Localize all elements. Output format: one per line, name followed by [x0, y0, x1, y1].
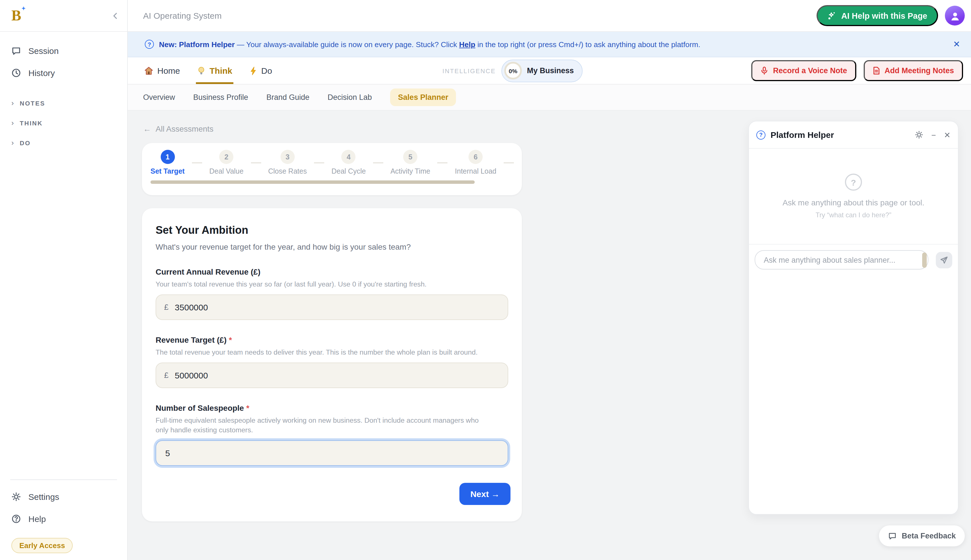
- business-name: My Business: [527, 67, 574, 75]
- sidebar-section-do[interactable]: › DO: [0, 133, 127, 153]
- chevron-right-icon: ›: [12, 139, 15, 147]
- banner-title: New: Platform Helper: [159, 40, 235, 48]
- sidebar-section-notes[interactable]: › NOTES: [0, 93, 127, 113]
- step-label: Set Target: [150, 167, 185, 175]
- add-meeting-notes-label: Add Meeting Notes: [884, 67, 954, 75]
- current-annual-revenue-input[interactable]: [174, 302, 500, 313]
- chevron-right-icon: ›: [12, 119, 15, 127]
- step-label: Close Rates: [268, 167, 307, 175]
- field-revenue-target: Revenue Target (£)* The total revenue yo…: [155, 335, 508, 388]
- subtab-brand-guide[interactable]: Brand Guide: [266, 93, 309, 102]
- sidebar: B ✦ Session History › NOTES ›: [0, 0, 128, 560]
- info-question-icon: ?: [145, 40, 154, 49]
- step-connector: [504, 162, 514, 163]
- helper-chat-input[interactable]: [763, 255, 919, 265]
- next-button[interactable]: Next →: [460, 483, 510, 505]
- sidebar-section-label: DO: [20, 139, 31, 146]
- sidebar-divider: [10, 480, 117, 480]
- helper-empty-title: Ask me anything about this page or tool.: [782, 198, 924, 207]
- field-help-text: The total revenue your team needs to del…: [155, 348, 485, 357]
- helper-input-row: [749, 244, 958, 270]
- lightbulb-icon: [197, 66, 206, 75]
- lightning-icon: [249, 66, 257, 75]
- nav-actions: Record a Voice Note Add Meeting Notes: [752, 60, 963, 81]
- banner-help-link[interactable]: Help: [459, 40, 475, 48]
- banner-close-icon[interactable]: ✕: [951, 37, 963, 52]
- step-internal-load[interactable]: 6 Internal Load: [455, 150, 496, 175]
- sidebar-item-label: History: [28, 68, 55, 78]
- primary-nav: Home Think Do INTELLIGENCE 0% My Busines…: [128, 57, 971, 85]
- gear-icon: [915, 130, 923, 139]
- beta-feedback-button[interactable]: Beta Feedback: [879, 525, 965, 547]
- step-number: 2: [219, 150, 233, 164]
- home-icon: [144, 66, 153, 75]
- currency-prefix: £: [164, 303, 169, 312]
- tab-think[interactable]: Think: [196, 57, 233, 84]
- document-icon: [872, 67, 880, 75]
- chat-bubble-icon: [888, 532, 897, 540]
- clock-icon: [12, 68, 21, 78]
- tab-do[interactable]: Do: [248, 57, 273, 84]
- main-column: AI Operating System AI Help with this Pa…: [128, 0, 971, 560]
- brand-logo: B ✦: [12, 8, 21, 23]
- early-access-badge: Early Access: [12, 538, 73, 553]
- set-ambition-form-card: Set Your Ambition What's your revenue ta…: [142, 208, 522, 522]
- content-area: ← All Assessments 1 Set Target 2 Deal Va…: [128, 111, 971, 560]
- sidebar-item-history[interactable]: History: [0, 62, 127, 84]
- banner-body-1: — Your always-available guide is now on …: [235, 40, 459, 48]
- sidebar-item-settings[interactable]: Settings: [0, 486, 127, 508]
- back-link-label: All Assessments: [155, 124, 214, 133]
- input-scrollbar-thumb[interactable]: [922, 252, 927, 268]
- helper-header-actions: − ✕: [915, 130, 951, 139]
- subtab-overview[interactable]: Overview: [143, 93, 175, 102]
- step-label: Deal Value: [209, 167, 243, 175]
- field-label: Number of Salespeople*: [155, 403, 508, 412]
- subtab-business-profile[interactable]: Business Profile: [193, 93, 249, 102]
- chat-bubble-icon: [12, 46, 21, 56]
- sidebar-section-think[interactable]: › THINK: [0, 113, 127, 133]
- step-deal-value[interactable]: 2 Deal Value: [209, 150, 243, 175]
- helper-settings-icon[interactable]: [915, 130, 923, 139]
- step-connector: [192, 162, 202, 163]
- required-asterisk: *: [246, 403, 249, 412]
- sidebar-collapse-button[interactable]: [111, 12, 119, 20]
- step-deal-cycle[interactable]: 4 Deal Cycle: [332, 150, 366, 175]
- helper-close-icon[interactable]: ✕: [944, 131, 951, 139]
- tab-label: Do: [261, 66, 272, 75]
- step-activity-time[interactable]: 5 Activity Time: [390, 150, 430, 175]
- sidebar-item-session[interactable]: Session: [0, 40, 127, 62]
- step-close-rates[interactable]: 3 Close Rates: [268, 150, 307, 175]
- current-annual-revenue-input-wrap: £: [155, 295, 508, 320]
- helper-question-icon: ?: [756, 130, 765, 139]
- step-label: Deal Cycle: [332, 167, 366, 175]
- primary-tabs: Home Think Do: [143, 57, 273, 84]
- my-business-pill[interactable]: 0% My Business: [501, 59, 582, 82]
- page-title: AI Operating System: [143, 11, 222, 20]
- helper-send-button[interactable]: [936, 252, 952, 268]
- field-help-text: Full-time equivalent salespeople activel…: [155, 416, 485, 435]
- sidebar-item-label: Help: [28, 514, 46, 524]
- user-avatar[interactable]: [945, 6, 965, 25]
- step-connector: [438, 162, 448, 163]
- step-number: 4: [341, 150, 356, 164]
- subtab-decision-lab[interactable]: Decision Lab: [328, 93, 372, 102]
- revenue-target-input[interactable]: [174, 370, 500, 381]
- paper-plane-icon: [940, 256, 948, 264]
- helper-minimize-icon[interactable]: −: [931, 131, 936, 139]
- record-voice-note-button[interactable]: Record a Voice Note: [752, 60, 856, 81]
- sidebar-item-help[interactable]: Help: [0, 508, 127, 530]
- back-to-assessments-link[interactable]: ← All Assessments: [143, 124, 214, 133]
- secondary-nav: Overview Business Profile Brand Guide De…: [128, 85, 971, 111]
- subtab-sales-planner[interactable]: Sales Planner: [390, 88, 456, 106]
- chevron-left-icon: [111, 12, 119, 20]
- progress-ring: 0%: [504, 62, 522, 80]
- header-actions: AI Help with this Page: [816, 5, 965, 26]
- field-current-annual-revenue: Current Annual Revenue (£) Your team's t…: [155, 267, 508, 320]
- step-set-target[interactable]: 1 Set Target: [150, 150, 185, 175]
- ai-help-button[interactable]: AI Help with this Page: [816, 5, 938, 26]
- add-meeting-notes-button[interactable]: Add Meeting Notes: [863, 60, 963, 81]
- step-connector: [251, 162, 261, 163]
- tab-home[interactable]: Home: [143, 57, 181, 84]
- platform-helper-panel: ? Platform Helper − ✕ ? Ask me anything …: [749, 121, 959, 515]
- number-of-salespeople-input[interactable]: [164, 448, 500, 458]
